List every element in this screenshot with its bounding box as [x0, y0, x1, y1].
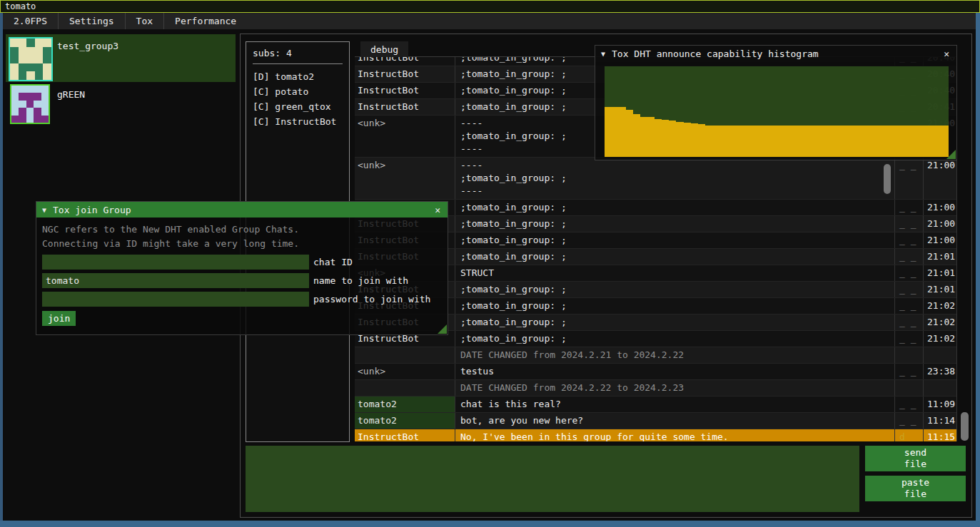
chat-row-status: _ _ [894, 314, 923, 330]
chat-row-message: ;tomato_in_group: ; [455, 249, 894, 265]
chat-row-status [894, 380, 923, 396]
join-info-line: Connecting via ID might take a very long… [42, 237, 442, 251]
chat-row-time: 21:00 [923, 158, 957, 199]
chat-row-message: bot, are you new here? [455, 413, 894, 429]
join-title: Tox join Group [53, 205, 433, 215]
chat-row[interactable]: tomato2chat is this real?_ _11:09 [355, 396, 956, 413]
join-body: NGC refers to the New DHT enabled Group … [36, 218, 448, 334]
histogram-bar [934, 126, 941, 157]
chat-row-time: 21:02 [923, 331, 957, 347]
histogram-bar [791, 126, 798, 157]
resize-grip[interactable] [946, 150, 956, 159]
chat-row[interactable]: DATE CHANGED from 2024.2.22 to 2024.2.23 [355, 380, 956, 396]
join-field-label: password to join with [313, 294, 430, 305]
histogram-bar [827, 126, 834, 157]
chat-row[interactable]: DATE CHANGED from 2024.2.21 to 2024.2.22 [355, 347, 956, 364]
histogram-bar [734, 126, 741, 157]
tab-debug[interactable]: debug [360, 41, 408, 57]
contact-avatar [10, 84, 50, 124]
chat-row-message: ---- ;tomato_in_group: ; ---- [455, 158, 894, 199]
join-input-password-to-join-with[interactable] [42, 292, 309, 307]
chat-row-status: _ _ [894, 364, 923, 379]
chat-row-message: testus [455, 364, 894, 379]
join-titlebar[interactable]: ▼ Tox join Group ✕ [36, 202, 448, 218]
menu-item-tox[interactable]: Tox [126, 13, 164, 29]
histogram-bar [640, 117, 647, 157]
histogram-bar [891, 126, 899, 157]
member-item[interactable]: [C] potato [253, 84, 343, 99]
chat-row-status: _ _ [894, 200, 923, 215]
chat-row-time: 21:01 [923, 282, 957, 297]
chat-row-message: ;tomato_in_group: ; [455, 331, 894, 347]
histogram-bar [605, 107, 612, 157]
chat-row-time: 21:02 [923, 314, 957, 330]
chat-row-message: ;tomato_in_group: ; [455, 298, 894, 314]
histogram-bar [863, 126, 870, 157]
chat-row-time: 21:00 [923, 216, 957, 232]
histogram-plot[interactable] [605, 66, 949, 157]
chat-row-status [894, 347, 923, 363]
menu-item-settings[interactable]: Settings [59, 13, 126, 29]
scrollbar-thumb[interactable] [961, 412, 969, 441]
close-icon[interactable]: ✕ [942, 48, 951, 59]
histogram-bar [906, 126, 913, 157]
paste-file-button[interactable]: paste file [865, 476, 966, 501]
histogram-bar [798, 126, 805, 157]
histogram-bar [647, 117, 655, 157]
join-button[interactable]: join [42, 311, 76, 326]
chat-row[interactable]: <unk>---- ;tomato_in_group: ; ----_ _21:… [355, 158, 956, 200]
histogram-bar [769, 126, 777, 157]
collapse-arrow-icon[interactable]: ▼ [601, 50, 605, 58]
collapse-arrow-icon[interactable]: ▼ [42, 206, 46, 214]
member-item[interactable]: [D] tomato2 [253, 69, 343, 84]
histogram-title: Tox DHT announce capability histogram [612, 48, 942, 59]
send-file-button[interactable]: send file [865, 446, 966, 471]
histogram-bar [784, 126, 791, 157]
window-titlebar[interactable]: tomato [0, 0, 980, 13]
chat-row-message: ;tomato_in_group: ; [455, 200, 894, 215]
contact-name: test_group3 [57, 41, 118, 51]
chat-row-name: tomato2 [355, 396, 455, 412]
dht-histogram-window: ▼ Tox DHT announce capability histogram … [595, 45, 957, 160]
close-icon[interactable]: ✕ [433, 205, 442, 215]
chat-row-name: <unk> [355, 116, 455, 157]
histogram-bar [698, 124, 705, 157]
message-input[interactable] [246, 446, 859, 512]
subs-title: subs: 4 [253, 48, 343, 58]
chat-row-message: STRUCT [455, 265, 894, 281]
histogram-bar [877, 126, 884, 157]
join-input-name-to-join-with[interactable]: tomato [42, 273, 309, 288]
histogram-bar [612, 107, 619, 157]
histogram-bar [870, 126, 877, 157]
chat-row-status: _ _ [894, 413, 923, 429]
member-item[interactable]: [C] green_qtox [253, 99, 343, 114]
chat-row[interactable]: InstructBotNo, I've been in this group f… [355, 429, 956, 441]
histogram-titlebar[interactable]: ▼ Tox DHT announce capability histogram … [595, 46, 956, 62]
chat-row[interactable]: <unk>testus_ _23:38 [355, 364, 956, 380]
chat-row-time: 23:38 [923, 364, 957, 379]
join-input-chat-ID[interactable] [42, 255, 309, 270]
chat-row-status: _ _ [894, 331, 923, 347]
histogram-bar [755, 126, 762, 157]
chat-row-time: 21:01 [923, 249, 957, 265]
chat-row[interactable]: tomato2bot, are you new here?_ _11:14 [355, 413, 956, 429]
menu-item-performance[interactable]: Performance [164, 13, 247, 29]
histogram-bar [676, 122, 683, 157]
chat-row-message: ;tomato_in_group: ; [455, 282, 894, 297]
chat-row-time: 11:09 [923, 396, 957, 412]
chat-row-name: <unk> [355, 364, 455, 379]
histogram-bar [842, 126, 849, 157]
chat-row-status: _ _ [894, 249, 923, 265]
histogram-bar [727, 126, 734, 157]
subs-separator [253, 63, 343, 64]
scrollbar-thumb[interactable] [884, 164, 891, 194]
histogram-bar [899, 126, 906, 157]
resize-grip[interactable] [438, 324, 447, 334]
chat-row-name: InstructBot [355, 57, 455, 66]
contact-row-test_group3[interactable]: test_group3 [6, 34, 236, 82]
menu-bar: 2.0FPSSettingsToxPerformance [3, 13, 976, 29]
histogram-bar [913, 126, 920, 157]
member-item[interactable]: [C] InstructBot [253, 114, 343, 129]
contact-row-gREEN[interactable]: gREEN [6, 83, 236, 127]
chat-row-name: InstructBot [355, 99, 455, 115]
